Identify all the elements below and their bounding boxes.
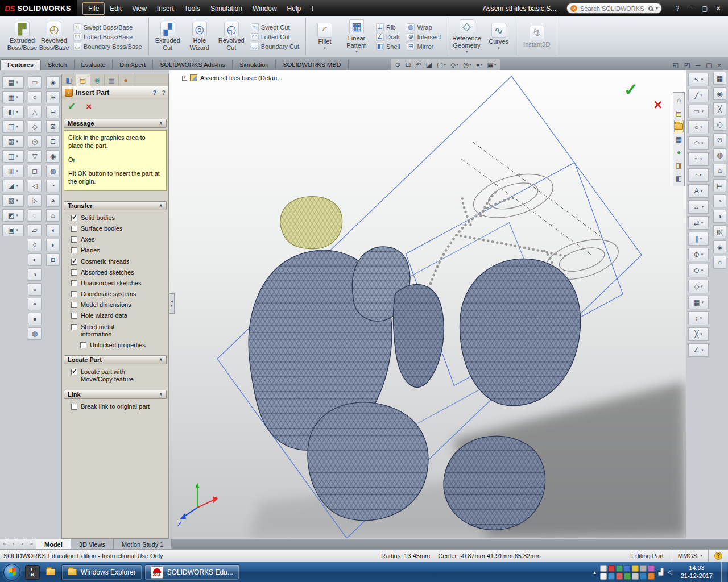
toolbar-flyout-icon[interactable]: ⊕▾ [688,248,709,261]
toolbar-icon[interactable]: ▤ [713,179,726,192]
appearances-icon[interactable]: ● [674,146,684,159]
checkbox[interactable] [71,291,77,297]
previous-view-icon[interactable]: ↶ [416,61,421,69]
toolbar-icon[interactable]: ◔ [713,194,726,207]
tray-icon[interactable] [640,565,647,572]
toolbar-icon[interactable]: ▦ [713,72,726,85]
tab-scroll-prev[interactable]: ‹ [9,539,18,549]
checkbox[interactable] [71,226,77,232]
menu-file[interactable]: File [82,2,105,15]
taskbar-clock[interactable]: 14:03 21-12-2017 [676,564,717,580]
tab-dimxpert[interactable]: DimXpert [113,60,153,70]
reference-geometry-button[interactable]: Reference Geometry [451,18,483,55]
toolbar-icon[interactable]: ◉ [713,87,726,100]
tray-icon[interactable] [600,573,607,580]
toolbar-icon[interactable]: ◊ [28,239,42,251]
zoom-fit-icon[interactable]: ⊕ [395,61,401,69]
toolbar-flyout-icon[interactable]: A▾ [688,184,709,198]
toolbar-icon[interactable]: ⊞ [46,91,60,103]
custom-properties-icon[interactable]: ◨ [674,159,684,172]
toolbar-flyout-icon[interactable]: ◦▾ [688,168,709,182]
mesh-lobe[interactable] [460,259,581,405]
doc-cascade-icon[interactable]: ◱ [673,61,679,69]
toolbar-flyout-icon[interactable]: ▦▾ [2,91,24,103]
toolbar-icon[interactable]: ▱ [28,224,42,236]
transfer-option-coordinate-systems[interactable]: Coordinate systems [62,289,168,300]
toolbar-flyout-icon[interactable]: ▦▾ [688,296,709,309]
toolbar-flyout-icon[interactable]: ▥▾ [2,165,24,177]
menu-insert[interactable]: Insert [152,3,179,14]
ok-button[interactable] [68,101,76,113]
toolbar-icon[interactable]: ◍ [46,165,60,177]
toolbar-flyout-icon[interactable]: ↔▾ [688,200,709,214]
toolbar-icon[interactable]: ⊠ [46,120,60,133]
transfer-option-planes[interactable]: Planes [62,245,168,256]
toolbar-flyout-icon[interactable]: ╱▾ [688,89,709,102]
panel-splitter[interactable]: ◂▸ [169,293,175,314]
home-tab-icon[interactable]: ⌂ [674,94,684,106]
section-view-icon[interactable]: ◪ [426,61,432,69]
tray-icon[interactable] [632,573,639,580]
transfer-option-hole-wizard-data[interactable]: Hole wizard data [62,310,168,321]
confirm-ok-icon[interactable] [624,80,638,99]
checkbox[interactable] [71,215,77,221]
toolbar-icon[interactable]: ◻ [28,165,42,177]
confirm-cancel-icon[interactable] [653,97,662,113]
explorer-pinned-icon[interactable] [43,565,58,580]
message-section-header[interactable]: Message [64,119,167,128]
dimxpertmanager-tab[interactable]: ▦ [105,74,119,86]
tray-icon[interactable] [648,573,655,580]
tab-model[interactable]: Model [36,539,71,549]
close-button[interactable] [714,5,722,13]
toolbar-flyout-icon[interactable]: ↕▾ [688,311,709,325]
toolbar-icon[interactable]: ◗ [46,239,60,251]
help-icon[interactable] [673,5,681,13]
toolbar-icon[interactable]: ◍ [28,327,42,340]
toolbar-flyout-icon[interactable]: ∥▾ [688,232,709,246]
toolbar-icon[interactable]: ◎ [713,118,726,131]
tab-features[interactable]: Features [0,59,41,70]
tab-3d-views[interactable]: 3D Views [71,539,114,549]
linear-pattern-button[interactable]: Linear Pattern [341,18,373,55]
taskbar-solidworks[interactable]: 2015 SOLIDWORKS Edu... [144,564,239,580]
display-style-icon[interactable]: ◇ [450,61,458,69]
tab-mbd[interactable]: SOLIDWORKS MBD [276,60,348,70]
toolbar-icon[interactable]: ◌ [28,209,42,222]
start-button[interactable] [3,564,20,581]
toolbar-icon[interactable]: ◍ [713,148,726,161]
menu-window[interactable]: Window [247,3,282,14]
apply-scene-icon[interactable]: ▦ [487,61,496,69]
view-orientation-icon[interactable]: ▢ [437,61,446,69]
toolbar-flyout-icon[interactable]: ╳▾ [688,327,709,341]
transfer-option-absorbed-sketches[interactable]: Absorbed sketches [62,267,168,278]
checkbox[interactable] [71,236,77,243]
toolbar-icon[interactable]: ◑ [28,268,42,281]
toolbar-icon[interactable]: ◓ [28,298,42,310]
forum-tab-icon[interactable]: ◧ [674,172,684,185]
draft-button[interactable]: Draft [375,33,401,41]
tray-icon[interactable] [624,565,631,572]
intersect-button[interactable]: Intersect [406,33,442,41]
toolbar-icon[interactable]: ◁ [28,180,42,192]
transfer-section-header[interactable]: Transfer [64,201,167,210]
restore-button[interactable] [701,5,709,13]
checkbox[interactable] [71,369,77,375]
toolbar-flyout-icon[interactable]: ◩▾ [2,209,24,222]
lofted-boss-button[interactable]: Lofted Boss/Base [72,33,143,41]
file-explorer-icon[interactable] [674,120,684,132]
tray-icon[interactable] [632,565,639,572]
tray-icon[interactable] [616,573,623,580]
toolbar-icon[interactable]: ▽ [28,150,42,163]
edit-appearance-icon[interactable]: ● [476,61,483,69]
toolbar-flyout-icon[interactable]: ∠▾ [688,343,709,357]
transfer-option-sheet-metal-information[interactable]: Sheet metal information [62,322,142,340]
tray-icon[interactable] [648,565,655,572]
menu-edit[interactable]: Edit [105,3,127,14]
extruded-boss-button[interactable]: Extruded Boss/Base [6,20,38,52]
revolved-boss-button[interactable]: Revolved Boss/Base [38,20,70,52]
toolbar-icon[interactable]: ◔ [46,180,60,192]
expand-tree-icon[interactable] [182,76,187,81]
transfer-option-axes[interactable]: Axes [62,234,168,245]
toolbar-flyout-icon[interactable]: ◇▾ [688,280,709,293]
fillet-button[interactable]: Fillet [309,22,341,52]
